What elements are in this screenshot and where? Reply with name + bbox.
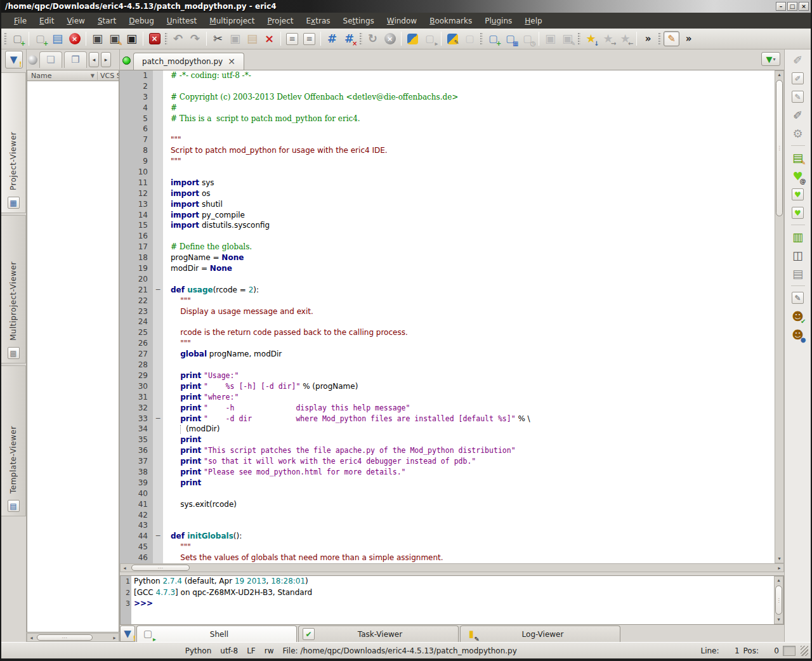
browser-mode-button-1[interactable]: ❒ [64,51,87,68]
scroll-left-button[interactable]: ◂ [89,52,99,67]
undo-button[interactable]: ↶ [170,31,186,47]
window-heart-button-2[interactable]: ♥ [788,204,808,222]
run-script-button[interactable]: ▢▸ [422,31,438,47]
toolbar-overflow-button[interactable]: » [640,31,656,47]
scroll-thumb[interactable]: ⋮ [775,586,782,615]
scroll-track[interactable]: ⋯ [36,634,110,641]
fold-marker[interactable]: − [153,531,163,542]
next-bookmark-button[interactable]: ★→ [600,31,616,47]
redo-button[interactable]: ↷ [187,31,203,47]
fold-marker[interactable]: − [153,414,163,424]
new-window-button[interactable]: ▢+ [10,31,25,47]
window-pencil-button[interactable]: ✎ [788,88,808,106]
copy-button[interactable]: ▣ [227,31,243,47]
toolbar-handle[interactable] [165,33,167,44]
menu-edit[interactable]: Edit [33,15,60,27]
edit-mode-toggle[interactable]: ✎ [664,31,679,47]
menu-debug[interactable]: Debug [122,15,160,27]
sidebar-tab-template-viewer[interactable]: Template-Viewer▤ [1,365,26,516]
menu-view[interactable]: View [60,15,91,27]
shell-filter-button[interactable]: ▼! [120,625,135,642]
close-button[interactable]: × [799,2,809,11]
save-button[interactable]: ▣ [89,31,105,47]
api-book-button[interactable]: ▤✎ [788,148,808,167]
toggle-bookmark-button[interactable]: ★↓ [583,31,599,47]
delete-button[interactable]: × [261,31,277,47]
column-header-vcs[interactable]: VCS S [97,72,119,80]
quit-button[interactable]: × [147,31,162,47]
scroll-thumb[interactable]: ⋯ [37,634,93,641]
filter-button[interactable]: ▼! [5,51,23,69]
scroll-down-arrow[interactable]: ▾ [778,555,780,563]
compare-files-button[interactable]: ◫ [788,246,808,265]
comment-button[interactable]: ≡ [284,31,300,47]
code-editor[interactable]: 1# -*- coding: utf-8 -*-23# Copyright (c… [120,70,775,563]
tools-button[interactable]: ✐ [788,106,808,124]
menu-bookmarks[interactable]: Bookmarks [423,15,478,27]
shell-vscrollbar[interactable]: ▴⋮▾ [774,576,783,624]
menu-project[interactable]: Project [261,15,299,27]
new-task-button[interactable]: ▢+ [485,31,501,47]
load-session-button[interactable]: ▣✎ [560,31,575,47]
preferences-gear-button[interactable]: ⚙ [788,124,808,143]
menu-settings[interactable]: Settings [337,15,381,27]
tab-close-icon[interactable]: ✕ [228,56,235,67]
run-python-button[interactable] [405,31,421,47]
edit-config-button[interactable]: ✐ [788,51,808,69]
scroll-right-arrow[interactable]: ▸ [110,635,119,641]
scroll-track[interactable]: ⋮ [775,584,783,616]
minimize-button[interactable]: – [776,2,786,11]
browser-hscrollbar[interactable]: ◂⋯▸ [27,633,119,642]
menu-unittest[interactable]: Unittest [160,15,204,27]
menu-window[interactable]: Window [381,15,423,27]
sql-browser-button[interactable]: ▤ [788,265,808,283]
close-file-button[interactable]: × [67,31,82,47]
scroll-left-arrow[interactable]: ◂ [121,565,129,571]
sidebar-tab-project-viewer[interactable]: Project-Viewer▦ [1,72,26,213]
save-all-button[interactable]: ▣ [124,31,140,47]
new-file-button[interactable]: ▢+ [32,31,48,47]
editor-vscrollbar[interactable]: ▴⋮▾ [775,70,784,563]
menu-multiproject[interactable]: Multiproject [203,15,261,27]
fold-marker[interactable]: − [153,285,163,296]
scroll-down-arrow[interactable]: ▾ [777,616,780,624]
bottom-tab-log-viewer[interactable]: ▮✎Log-Viewer [460,625,620,642]
refresh-button[interactable]: ↻ [365,31,381,47]
scroll-right-arrow[interactable]: ▸ [775,565,783,571]
editor-tab[interactable]: patch_modpython.py ✕ [133,53,244,70]
scroll-track[interactable]: ⋮ [775,79,783,555]
paste-button[interactable]: ▤ [244,31,260,47]
title-bar[interactable]: /home/qpc/Downloads/eric4-4.5.13/patch_m… [1,0,811,13]
sidebar-tab-multiproject-viewer[interactable]: Multiproject-Viewer▩ [1,215,26,363]
save-session-button[interactable]: ▣ [542,31,558,47]
menu-file[interactable]: File [8,15,33,27]
cut-button[interactable]: ✂ [210,31,226,47]
menu-start[interactable]: Start [91,15,122,27]
bottom-tab-task-viewer[interactable]: ✔Task-Viewer [298,625,459,642]
uncomment-button[interactable]: ≡ [301,31,317,47]
scroll-right-button[interactable]: ▸ [101,52,111,67]
scroll-up-arrow[interactable]: ▴ [777,577,780,584]
mail-heart-button[interactable]: ♥@ [788,167,808,185]
browser-list[interactable] [27,81,119,632]
goto-line-button[interactable]: # [324,31,340,47]
scroll-up-arrow[interactable]: ▴ [778,71,780,79]
toolbar-handle[interactable] [4,33,7,44]
tab-list-dropdown-button[interactable]: ▼ ▾ [761,52,780,66]
bottom-tab-shell[interactable]: ▢▸Shell [136,625,297,642]
scroll-left-arrow[interactable]: ◂ [27,635,36,641]
editor-hscrollbar[interactable]: ◂⋯▸ [120,563,784,572]
toolbar-handle[interactable] [658,33,661,44]
documentation-button[interactable]: ▥ [788,228,808,246]
scroll-thumb[interactable]: ⋯ [131,565,190,571]
task-history-button[interactable]: ▢◷ [520,31,535,47]
notes-button[interactable]: ✎ [788,289,808,307]
toolbar-handle[interactable] [480,33,483,44]
user-web-button[interactable]: ☻● [788,325,808,344]
menu-plugins[interactable]: Plugins [478,15,518,27]
toolbar-handle[interactable] [578,33,580,44]
debug-script-button[interactable]: ▢ [462,31,478,47]
menu-extras[interactable]: Extras [300,15,337,27]
toolbar-handle[interactable] [360,33,362,44]
stop-button[interactable]: × [382,31,398,47]
